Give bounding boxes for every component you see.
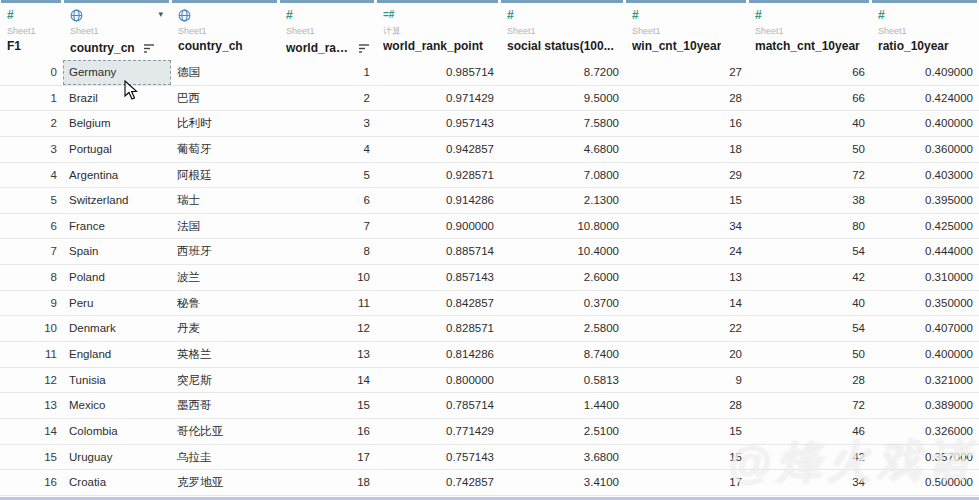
data-cell-country-cn[interactable]: Croatia [63,470,171,495]
data-cell-match-cnt-10year[interactable]: 72 [748,393,871,418]
data-cell-country-cn[interactable]: Spain [63,239,171,264]
data-cell-world-rank-point[interactable]: 0.985714 [376,60,500,85]
row-number-cell[interactable]: 5 [0,188,63,213]
data-cell-match-cnt-10year[interactable]: 28 [748,368,871,393]
data-cell-win-cnt-10year[interactable]: 28 [625,393,748,418]
data-cell-ratio-10year[interactable]: 0.409000 [871,60,979,85]
data-cell-world-rank-point[interactable]: 0.771429 [376,419,500,444]
data-cell-match-cnt-10year[interactable]: 80 [748,214,871,239]
data-cell-world-rank[interactable]: 6 [279,188,376,213]
data-cell-social-status-100-[interactable]: 2.5800 [500,316,625,341]
data-cell-country-cn[interactable]: Mexico [63,393,171,418]
data-cell-country-cn[interactable]: Tunisia [63,368,171,393]
data-cell-ratio-10year[interactable]: 0.424000 [871,86,979,111]
data-cell-country-ch[interactable]: 西班牙 [171,239,279,264]
data-cell-social-status-100-[interactable]: 10.4000 [500,239,625,264]
data-cell-country-cn[interactable]: Colombia [63,419,171,444]
data-cell-social-status-100-[interactable]: 0.5813 [500,368,625,393]
column-header-world-rank-point[interactable]: =#计算world_rank_point [376,0,500,60]
data-cell-win-cnt-10year[interactable]: 15 [625,445,748,470]
data-cell-ratio-10year[interactable]: 0.500000 [871,470,979,495]
data-cell-world-rank-point[interactable]: 0.800000 [376,368,500,393]
data-cell-win-cnt-10year[interactable]: 29 [625,163,748,188]
data-cell-win-cnt-10year[interactable]: 18 [625,137,748,162]
data-cell-social-status-100-[interactable]: 7.5800 [500,111,625,136]
data-cell-win-cnt-10year[interactable]: 28 [625,86,748,111]
data-cell-country-cn[interactable]: Argentina [63,163,171,188]
row-number-cell[interactable]: 16 [0,470,63,495]
data-cell-country-ch[interactable]: 丹麦 [171,316,279,341]
data-cell-country-ch[interactable]: 巴西 [171,86,279,111]
data-cell-win-cnt-10year[interactable]: 16 [625,111,748,136]
data-cell-country-cn[interactable]: Poland [63,265,171,290]
data-cell-win-cnt-10year[interactable]: 15 [625,188,748,213]
data-cell-social-status-100-[interactable]: 1.4400 [500,393,625,418]
data-cell-world-rank-point[interactable]: 0.757143 [376,445,500,470]
data-cell-world-rank-point[interactable]: 0.914286 [376,188,500,213]
data-cell-world-rank-point[interactable]: 0.957143 [376,111,500,136]
data-cell-country-cn[interactable]: Uruguay [63,445,171,470]
data-cell-ratio-10year[interactable]: 0.310000 [871,265,979,290]
data-cell-social-status-100-[interactable]: 2.5100 [500,419,625,444]
row-number-cell[interactable]: 2 [0,111,63,136]
data-cell-match-cnt-10year[interactable]: 40 [748,291,871,316]
row-number-cell[interactable]: 0 [0,60,63,85]
data-cell-social-status-100-[interactable]: 2.1300 [500,188,625,213]
data-cell-world-rank-point[interactable]: 0.942857 [376,137,500,162]
data-cell-country-ch[interactable]: 秘鲁 [171,291,279,316]
data-cell-ratio-10year[interactable]: 0.389000 [871,393,979,418]
data-cell-ratio-10year[interactable]: 0.350000 [871,291,979,316]
data-cell-world-rank[interactable]: 10 [279,265,376,290]
data-cell-world-rank[interactable]: 16 [279,419,376,444]
data-cell-win-cnt-10year[interactable]: 9 [625,368,748,393]
data-cell-country-ch[interactable]: 乌拉圭 [171,445,279,470]
data-cell-world-rank-point[interactable]: 0.785714 [376,393,500,418]
data-cell-country-ch[interactable]: 英格兰 [171,342,279,367]
data-cell-country-cn[interactable]: Peru [63,291,171,316]
data-cell-match-cnt-10year[interactable]: 54 [748,316,871,341]
column-header-win-cnt-10year[interactable]: #Sheet1win_cnt_10year [625,0,748,60]
row-number-cell[interactable]: 3 [0,137,63,162]
data-cell-country-ch[interactable]: 哥伦比亚 [171,419,279,444]
data-cell-win-cnt-10year[interactable]: 13 [625,265,748,290]
data-cell-world-rank[interactable]: 13 [279,342,376,367]
data-cell-country-ch[interactable]: 波兰 [171,265,279,290]
data-cell-match-cnt-10year[interactable]: 50 [748,342,871,367]
data-cell-win-cnt-10year[interactable]: 15 [625,419,748,444]
data-cell-world-rank[interactable]: 18 [279,470,376,495]
data-cell-social-status-100-[interactable]: 9.5000 [500,86,625,111]
data-cell-world-rank[interactable]: 5 [279,163,376,188]
data-cell-country-cn[interactable]: Denmark [63,316,171,341]
column-header-country-ch[interactable]: Sheet1country_ch [171,0,279,60]
selected-cell[interactable]: Germany [63,60,171,85]
data-cell-world-rank-point[interactable]: 0.900000 [376,214,500,239]
data-cell-country-cn[interactable]: Belgium [63,111,171,136]
data-cell-match-cnt-10year[interactable]: 66 [748,86,871,111]
column-header-social-status-100-[interactable]: #Sheet1social status(100... [500,0,625,60]
data-cell-country-cn[interactable]: Switzerland [63,188,171,213]
data-cell-match-cnt-10year[interactable]: 34 [748,470,871,495]
row-number-cell[interactable]: 9 [0,291,63,316]
data-cell-world-rank[interactable]: 12 [279,316,376,341]
data-cell-ratio-10year[interactable]: 0.360000 [871,137,979,162]
data-cell-match-cnt-10year[interactable]: 50 [748,137,871,162]
data-cell-match-cnt-10year[interactable]: 54 [748,239,871,264]
data-cell-country-ch[interactable]: 比利时 [171,111,279,136]
data-cell-win-cnt-10year[interactable]: 27 [625,60,748,85]
data-cell-win-cnt-10year[interactable]: 24 [625,239,748,264]
data-cell-match-cnt-10year[interactable]: 46 [748,419,871,444]
data-cell-match-cnt-10year[interactable]: 42 [748,445,871,470]
data-cell-match-cnt-10year[interactable]: 72 [748,163,871,188]
data-cell-social-status-100-[interactable]: 7.0800 [500,163,625,188]
data-cell-world-rank-point[interactable]: 0.928571 [376,163,500,188]
data-cell-social-status-100-[interactable]: 3.4100 [500,470,625,495]
data-cell-match-cnt-10year[interactable]: 38 [748,188,871,213]
data-cell-world-rank-point[interactable]: 0.885714 [376,239,500,264]
data-cell-social-status-100-[interactable]: 8.7400 [500,342,625,367]
data-cell-country-cn[interactable]: England [63,342,171,367]
column-header-f1[interactable]: #Sheet1F1 [0,0,63,60]
row-number-cell[interactable]: 13 [0,393,63,418]
data-cell-social-status-100-[interactable]: 3.6800 [500,445,625,470]
data-cell-world-rank[interactable]: 7 [279,214,376,239]
row-number-cell[interactable]: 14 [0,419,63,444]
